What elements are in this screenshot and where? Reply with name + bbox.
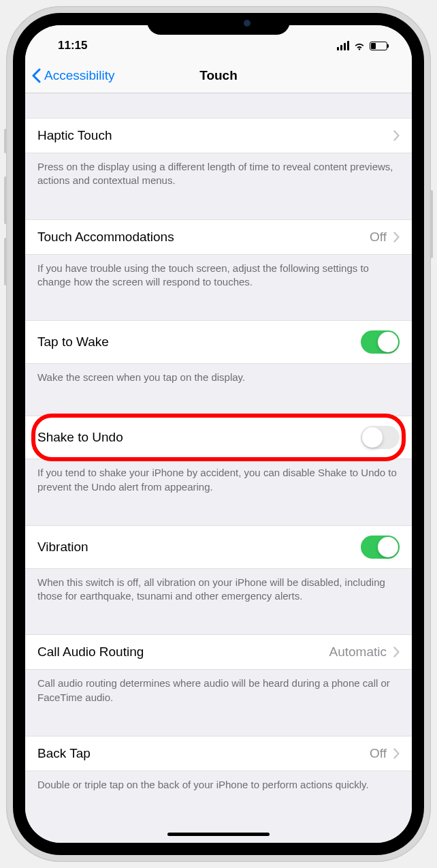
cell-label: Shake to Undo (37, 430, 123, 445)
call-audio-routing-row[interactable]: Call Audio Routing Automatic (25, 634, 412, 670)
vibration-row: Vibration (25, 525, 412, 569)
touch-accommodations-footer: If you have trouble using the touch scre… (25, 255, 412, 296)
chevron-left-icon (32, 68, 42, 83)
tap-to-wake-toggle[interactable] (361, 330, 400, 354)
cell-label: Back Tap (37, 746, 91, 761)
volume-up-button (4, 176, 7, 224)
wifi-icon (353, 42, 366, 50)
back-tap-row[interactable]: Back Tap Off (25, 736, 412, 771)
shake-to-undo-footer: If you tend to shake your iPhone by acci… (25, 459, 412, 501)
chevron-right-icon (393, 647, 400, 657)
status-time: 11:15 (58, 39, 87, 52)
tap-to-wake-row: Tap to Wake (25, 320, 412, 364)
home-indicator[interactable] (167, 833, 270, 836)
device-frame: 11:15 Ac (6, 6, 431, 862)
cell-label: Vibration (37, 540, 88, 555)
settings-content[interactable]: Haptic Touch Press on the display using … (25, 93, 412, 843)
battery-icon (370, 42, 387, 50)
chevron-right-icon (393, 232, 400, 243)
cell-label: Call Audio Routing (37, 645, 144, 660)
chevron-right-icon (393, 130, 400, 141)
notch (147, 13, 290, 35)
cell-label: Haptic Touch (37, 128, 112, 143)
back-button[interactable]: Accessibility (32, 68, 114, 83)
haptic-touch-footer: Press on the display using a different l… (25, 153, 412, 195)
cell-value: Automatic (329, 645, 387, 660)
chevron-right-icon (393, 748, 400, 759)
shake-to-undo-row: Shake to Undo (25, 416, 412, 459)
navigation-bar: Accessibility Touch (25, 58, 412, 93)
screen: 11:15 Ac (25, 25, 412, 843)
power-button (430, 190, 433, 258)
cell-label: Touch Accommodations (37, 230, 174, 245)
shake-to-undo-toggle[interactable] (361, 426, 400, 449)
vibration-footer: When this switch is off, all vibration o… (25, 569, 412, 610)
silent-switch (4, 129, 7, 153)
back-label: Accessibility (44, 68, 114, 83)
cellular-signal-icon (337, 41, 349, 50)
page-title: Touch (199, 68, 238, 83)
touch-accommodations-row[interactable]: Touch Accommodations Off (25, 219, 412, 255)
tap-to-wake-footer: Wake the screen when you tap on the disp… (25, 364, 412, 391)
vibration-toggle[interactable] (361, 536, 400, 559)
haptic-touch-row[interactable]: Haptic Touch (25, 118, 412, 153)
cell-value: Off (370, 230, 387, 245)
call-audio-routing-footer: Call audio routing determines where audi… (25, 670, 412, 711)
volume-down-button (4, 238, 7, 285)
back-tap-footer: Double or triple tap on the back of your… (25, 771, 412, 799)
status-icons (337, 41, 387, 50)
cell-label: Tap to Wake (37, 335, 109, 350)
cell-value: Off (370, 746, 387, 761)
device-bezel: 11:15 Ac (13, 13, 424, 855)
